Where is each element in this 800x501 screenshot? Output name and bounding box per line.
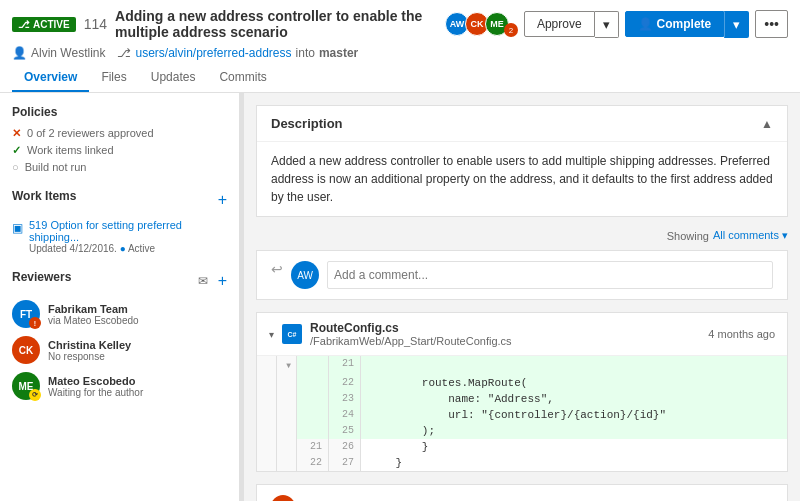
content-area: Description ▲ Added a new address contro… [244,93,800,501]
reviewer-status: No response [48,351,227,362]
code-content: name: "Address", [361,391,787,407]
description-title: Description [271,116,343,131]
approve-dropdown[interactable]: ▾ [595,11,619,38]
branch-from-icon: ⎇ [117,46,131,60]
line-num-new: 24 [329,407,361,423]
description-card: Description ▲ Added a new address contro… [256,105,788,217]
code-line: 21 26 } [257,439,787,455]
file-change-card: ▾ C# RouteConfig.cs /FabrikamWeb/App_Sta… [256,312,788,472]
work-item-content: 519 Option for setting preferred shippin… [29,219,227,254]
comment-toggle[interactable] [257,455,277,471]
branch-icon: ⎇ [18,19,30,30]
reviewer-name: Fabrikam Team [48,303,227,315]
active-badge: ⎇ ACTIVE [12,17,76,32]
file-header: ▾ C# RouteConfig.cs /FabrikamWeb/App_Sta… [257,313,787,356]
approve-button[interactable]: Approve [524,11,595,37]
reviewer-avatar: CK [12,336,40,364]
comment-toggle[interactable] [257,439,277,455]
check-icon: ✓ [12,144,21,157]
code-line: 22 routes.MapRoute( [257,375,787,391]
add-reviewer-button[interactable]: + [218,270,227,292]
more-button[interactable]: ••• [755,10,788,38]
comment-box-left: ↩ [271,261,283,277]
code-content: } [361,455,787,471]
reviewer-avatar: FT ! [12,300,40,328]
code-line: 24 url: "{controller}/{action}/{id}" [257,407,787,423]
reviewers-section: Reviewers ✉ + FT ! Fabrikam Team via Mat… [12,270,227,400]
reviewer-status-badge: ! [29,317,41,329]
all-comments-dropdown[interactable]: All comments ▾ [713,229,788,242]
reviewer-avatar: ME ⟳ [12,372,40,400]
line-num-old [297,407,329,423]
dot-icon: ● [120,243,126,254]
line-num-old [297,375,329,391]
code-content: routes.MapRoute( [361,375,787,391]
description-header: Description ▲ [257,106,787,142]
file-name-group: RouteConfig.cs /FabrikamWeb/App_Start/Ro… [310,321,512,347]
code-line: 23 name: "Address", [257,391,787,407]
comment-toggle[interactable] [257,391,277,407]
comment-toggle[interactable] [257,356,277,375]
line-num-old [297,423,329,439]
policies-section: Policies ✕ 0 of 2 reviewers approved ✓ W… [12,105,227,173]
reviewer-via: via Mateo Escobedo [48,315,227,326]
file-name: RouteConfig.cs [310,321,512,335]
reviewer-info: Christina Kelley No response [48,339,227,362]
header: ⎇ ACTIVE 114 Adding a new address contro… [0,0,800,93]
reviewers-title: Reviewers [12,270,71,284]
complete-icon: 👤 [638,17,653,31]
line-num-old: 21 [297,439,329,455]
reviewer-status-badge: ⟳ [29,389,41,401]
collapse-file-icon[interactable]: ▾ [269,329,274,340]
sidebar: Policies ✕ 0 of 2 reviewers approved ✓ W… [0,93,240,501]
comment-toggle[interactable] [257,423,277,439]
reviewer-item: FT ! Fabrikam Team via Mateo Escobedo [12,300,227,328]
branch-link[interactable]: users/alvin/preferred-address [135,46,291,60]
complete-button[interactable]: 👤 Complete [625,11,725,37]
avatar-group: AW CK ME 2 [449,12,518,36]
collapse-icon[interactable]: ▲ [761,117,773,131]
description-body: Added a new address controller to enable… [257,142,787,216]
policy-text: Build not run [25,161,87,173]
comments-filter: Showing All comments ▾ [256,229,788,242]
work-item-text: 519 Option for setting preferred shippin… [29,219,227,243]
comment-toggle[interactable] [257,407,277,423]
add-comment-box: ↩ AW [256,250,788,300]
comment-avatar: AW [291,261,319,289]
policy-text: Work items linked [27,144,114,156]
reviewer-actions: ✉ + [194,270,227,292]
comment-toggle[interactable] [257,375,277,391]
line-num-new: 26 [329,439,361,455]
work-item: ▣ 519 Option for setting preferred shipp… [12,219,227,254]
tab-overview[interactable]: Overview [12,64,89,92]
reviewers-header: Reviewers ✉ + [12,270,227,292]
reviewer-item: CK Christina Kelley No response [12,336,227,364]
pr-number: 114 [84,16,107,32]
main-layout: Policies ✕ 0 of 2 reviewers approved ✓ W… [0,93,800,501]
comment-input[interactable] [327,261,773,289]
complete-dropdown[interactable]: ▾ [724,11,749,38]
file-path: /FabrikamWeb/App_Start/RouteConfig.cs [310,335,512,347]
add-work-item-button[interactable]: + [218,191,227,209]
email-button[interactable]: ✉ [194,270,212,292]
code-block: ▾ 21 22 routes.MapRoute( 23 [257,356,787,471]
code-line: 25 ); [257,423,787,439]
reviewer-info: Fabrikam Team via Mateo Escobedo [48,303,227,326]
tab-files[interactable]: Files [89,64,138,92]
line-num-old: 22 [297,455,329,471]
collapse-lines[interactable]: ▾ [277,356,297,375]
comment-author: CK Christina Kelley 8/12/2016 [271,495,442,501]
file-time: 4 months ago [708,328,775,340]
work-items-header: Work Items + [12,189,227,211]
reviewer-info: Mateo Escobedo Waiting for the author [48,375,227,398]
pr-meta: 👤 Alvin Westlink ⎇ users/alvin/preferred… [12,46,788,60]
file-info: ▾ C# RouteConfig.cs /FabrikamWeb/App_Sta… [269,321,512,347]
work-item-icon: ▣ [12,221,23,235]
target-branch: master [319,46,358,60]
nav-tabs: Overview Files Updates Commits [12,64,788,92]
comment-avatar: CK [271,495,295,501]
policy-text: 0 of 2 reviewers approved [27,127,154,139]
code-content: url: "{controller}/{action}/{id}" [361,407,787,423]
tab-commits[interactable]: Commits [207,64,278,92]
tab-updates[interactable]: Updates [139,64,208,92]
